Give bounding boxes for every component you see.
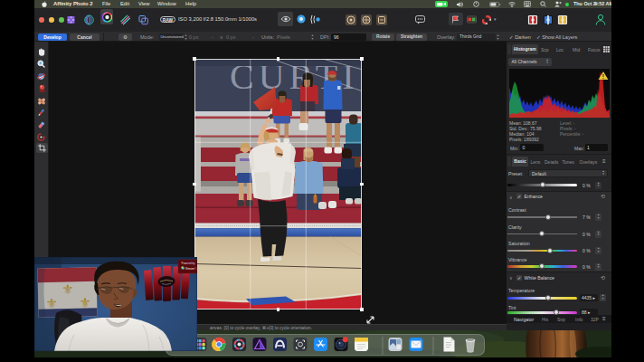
svg-text:StreamYard: StreamYard bbox=[185, 267, 197, 271]
svg-text:Powered by: Powered by bbox=[182, 262, 195, 265]
